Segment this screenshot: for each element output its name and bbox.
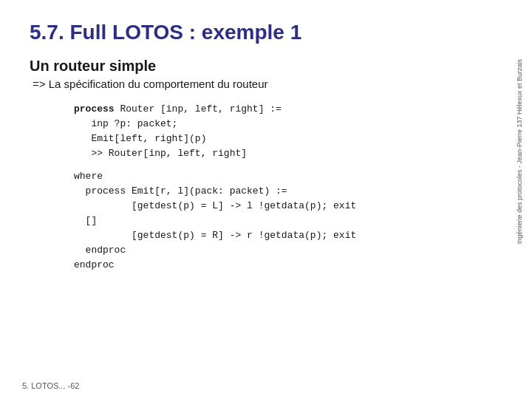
keyword-where: where bbox=[74, 171, 103, 182]
code-line-endproc2: endproc bbox=[74, 258, 502, 273]
slide-title: 5.7. Full LOTOS : exemple 1 bbox=[30, 21, 502, 44]
code-line-guard1: [getdest(p) = L] -> l !getdata(p); exit bbox=[74, 199, 502, 214]
keyword-exit-2: exit bbox=[333, 230, 356, 241]
where-block: where process Emit[r, l](pack: packet) :… bbox=[30, 169, 502, 273]
where-keyword: where bbox=[74, 169, 502, 184]
code-line-2: inp ?p: packet; bbox=[74, 117, 502, 132]
code-line-4: >> Router[inp, left, right] bbox=[74, 146, 502, 161]
keyword-endproc-1: endproc bbox=[86, 245, 126, 256]
slide-footer: 5. LOTOS... -62 bbox=[22, 381, 79, 390]
vertical-watermark: Ingénierie des protocoles - Jean-Pierre … bbox=[516, 59, 526, 244]
subtitle: => La spécification du comportement du r… bbox=[30, 78, 502, 90]
code-line-guard2: [getdest(p) = R] -> r !getdata(p); exit bbox=[74, 228, 502, 243]
keyword-process-2: process bbox=[86, 185, 126, 197]
code-line-endproc1: endproc bbox=[74, 243, 502, 258]
code-line-emit-def: process Emit[r, l](pack: packet) := bbox=[74, 184, 502, 199]
keyword-process-1: process bbox=[74, 103, 115, 115]
code-line-1: process Router [inp, left, right] := bbox=[74, 102, 502, 117]
code-line-3: Emit[left, right](p) bbox=[74, 132, 502, 146]
section-title: Un routeur simple bbox=[30, 58, 502, 75]
slide-container: 5.7. Full LOTOS : exemple 1 Un routeur s… bbox=[0, 0, 532, 399]
keyword-endproc-2: endproc bbox=[74, 259, 115, 270]
code-block-router: process Router [inp, left, right] := inp… bbox=[30, 102, 502, 162]
keyword-exit-1: exit bbox=[333, 200, 356, 211]
code-line-box: [] bbox=[74, 214, 502, 228]
